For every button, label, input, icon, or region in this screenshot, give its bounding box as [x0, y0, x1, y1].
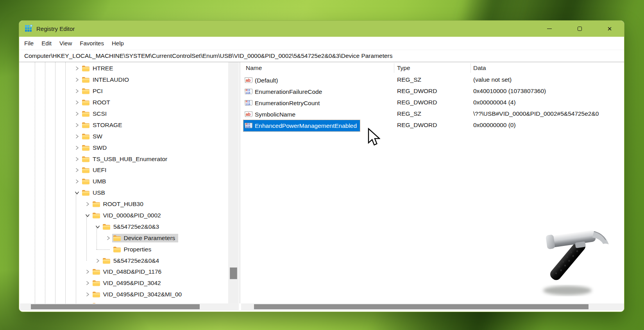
chevron-right-icon[interactable] [73, 99, 81, 106]
chevron-right-icon[interactable] [94, 258, 102, 264]
tree-item-body[interactable]: SW [81, 132, 106, 141]
tree-item-body[interactable]: TS_USB_HUB_Enumerator [81, 155, 170, 163]
tree-item-umb[interactable]: UMB [20, 176, 228, 187]
menu-item-file[interactable]: File [20, 38, 38, 49]
tree-item-body[interactable]: VID_0495&PID_3042 [91, 279, 164, 287]
tree-horizontal-scrollbar[interactable] [20, 303, 239, 310]
tree-item-root-hub30[interactable]: ROOT_HUB30 [20, 199, 228, 210]
value-data: 0x00000004 (4) [473, 99, 516, 106]
value-name-cell[interactable]: ab(Default) [243, 75, 281, 86]
value-name-cell[interactable]: abSymbolicName [243, 109, 299, 120]
menu-item-view[interactable]: View [55, 38, 76, 49]
tree-item-pci[interactable]: PCI [20, 86, 228, 97]
tree-item-body[interactable]: 5&54725e2&0&3 [102, 222, 162, 231]
chevron-right-icon[interactable] [73, 156, 81, 162]
tree-item-body[interactable]: VID_0495&PID_3042&MI_00 [91, 290, 185, 299]
tree-item-body[interactable]: INTELAUDIO [81, 75, 132, 84]
column-header-type[interactable]: Type [397, 65, 410, 72]
tree-item-body[interactable]: SCSI [81, 109, 110, 118]
folder-icon [82, 77, 90, 83]
chevron-down-icon[interactable] [73, 190, 81, 196]
chevron-right-icon[interactable] [73, 133, 81, 140]
tree-item-sw[interactable]: SW [20, 131, 228, 142]
tree-item-htree[interactable]: HTREE [20, 63, 228, 74]
chevron-right-icon[interactable] [73, 167, 81, 173]
chevron-right-icon[interactable] [73, 88, 81, 94]
tree-item-body[interactable]: ROOT_HUB30 [91, 200, 147, 208]
tree-item-body[interactable]: PCI [81, 87, 106, 95]
value-name-cell[interactable]: 011110EnumerationFailureCode [243, 86, 325, 97]
column-header-name[interactable]: Name [246, 65, 262, 72]
tree-item-properties[interactable]: Properties [20, 244, 228, 255]
values-horizontal-scrollbar-thumb[interactable] [254, 304, 589, 309]
column-separator[interactable] [394, 63, 394, 73]
tree-item-storage[interactable]: STORAGE [20, 119, 228, 131]
tree-item-body[interactable]: Device Parameters [112, 234, 179, 242]
tree-horizontal-scrollbar-thumb[interactable] [31, 304, 200, 309]
tree-item-body[interactable]: VID_0000&PID_0002 [91, 211, 164, 220]
tree-item-body[interactable]: SWD [81, 143, 110, 152]
tree-item-swd[interactable]: SWD [20, 142, 228, 153]
menu-item-help[interactable]: Help [108, 38, 128, 49]
chevron-right-icon[interactable] [104, 235, 112, 241]
close-button[interactable]: ✕ [601, 21, 619, 37]
value-row-symbolicname[interactable]: abSymbolicNameREG_SZ\??\USB#VID_0000&PID… [241, 109, 624, 120]
tree-item-ts-usb-hub-enumerator[interactable]: TS_USB_HUB_Enumerator [20, 153, 228, 165]
tree-item-vid-0000-pid-0002[interactable]: VID_0000&PID_0002 [20, 210, 228, 221]
tree-item-body[interactable]: UMB [81, 177, 109, 186]
column-separator[interactable] [470, 63, 471, 73]
chevron-down-icon[interactable] [84, 212, 91, 219]
tree-item-body[interactable]: UEFI [81, 166, 109, 174]
chevron-right-icon[interactable] [73, 178, 81, 185]
registry-tree-pane[interactable]: HTREEINTELAUDIOPCIROOTSCSISTORAGESWSWDTS… [20, 62, 228, 303]
tree-item-body[interactable]: 5&54725e2&0&4 [102, 256, 162, 265]
tree-item-intelaudio[interactable]: INTELAUDIO [20, 74, 228, 86]
tree-item-body[interactable]: Properties [112, 245, 155, 254]
minimize-button[interactable] [540, 21, 558, 37]
chevron-right-icon[interactable] [73, 122, 81, 128]
tree-item-5-54725e2-0-4[interactable]: 5&54725e2&0&4 [20, 255, 228, 266]
tree-item-body[interactable]: VID_048D&PID_1176 [91, 267, 165, 276]
tree-item-vid-0495-pid-3042[interactable]: VID_0495&PID_3042 [20, 278, 228, 289]
values-horizontal-scrollbar[interactable] [241, 303, 624, 310]
chevron-right-icon[interactable] [84, 269, 91, 275]
tree-item-uefi[interactable]: UEFI [20, 165, 228, 176]
chevron-right-icon[interactable] [73, 111, 81, 117]
value-row-enhancedpowermanagementenabled[interactable]: 011110EnhancedPowerManagementEnabledREG_… [241, 120, 624, 131]
maximize-button[interactable] [571, 21, 589, 37]
tree-item-body[interactable]: USB [81, 188, 108, 197]
address-bar[interactable]: Computer\HKEY_LOCAL_MACHINE\SYSTEM\Curre… [19, 50, 624, 62]
tree-item-body[interactable]: HTREE [81, 64, 116, 73]
chevron-right-icon[interactable] [84, 291, 91, 298]
menu-item-edit[interactable]: Edit [38, 38, 55, 49]
tree-item-vid-0495-pid-3042-mi-00[interactable]: VID_0495&PID_3042&MI_00 [20, 289, 228, 300]
tree-item-usb[interactable]: USB [20, 187, 228, 199]
tree-item-scsi[interactable]: SCSI [20, 108, 228, 120]
chevron-right-icon[interactable] [84, 201, 91, 207]
tree-item-body[interactable]: ROOT [81, 98, 113, 107]
tree-item-body[interactable]: STORAGE [81, 121, 125, 129]
tree-item-partial[interactable] [20, 300, 228, 303]
value-row--default-[interactable]: ab(Default)REG_SZ(value not set) [241, 75, 624, 86]
value-row-enumerationfailurecode[interactable]: 011110EnumerationFailureCodeREG_DWORD0x4… [241, 86, 624, 97]
tree-item-device-parameters[interactable]: Device Parameters [20, 232, 228, 244]
tree-item-root[interactable]: ROOT [20, 97, 228, 108]
value-row-enumerationretrycount[interactable]: 011110EnumerationRetryCountREG_DWORD0x00… [241, 97, 624, 109]
tree-vertical-scrollbar[interactable] [228, 62, 239, 303]
value-name-cell[interactable]: 011110EnumerationRetryCount [243, 97, 323, 109]
tree-item-vid-048d-pid-1176[interactable]: VID_048D&PID_1176 [20, 266, 228, 278]
pane-divider[interactable] [240, 62, 240, 303]
svg-text:ab: ab [246, 112, 250, 117]
tree-vertical-scrollbar-thumb[interactable] [230, 267, 237, 279]
chevron-right-icon[interactable] [73, 145, 81, 151]
chevron-down-icon[interactable] [94, 224, 102, 230]
title-bar[interactable]: Registry Editor ✕ [19, 21, 624, 37]
chevron-right-icon[interactable] [73, 77, 81, 83]
chevron-right-icon[interactable] [73, 65, 81, 72]
values-pane[interactable]: Name Type Data ab(Default)REG_SZ(value n… [241, 62, 624, 303]
column-header-data[interactable]: Data [473, 65, 486, 72]
menu-item-favorites[interactable]: Favorites [76, 38, 108, 49]
tree-item-5-54725e2-0-3[interactable]: 5&54725e2&0&3 [20, 221, 228, 232]
value-name-cell[interactable]: 011110EnhancedPowerManagementEnabled [243, 120, 360, 131]
chevron-right-icon[interactable] [84, 280, 91, 286]
